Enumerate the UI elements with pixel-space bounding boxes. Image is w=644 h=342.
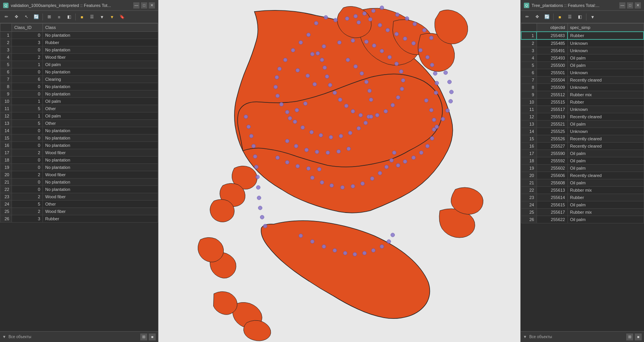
- left-table-row[interactable]: 18 0 No plantation: [0, 157, 158, 164]
- left-table-row[interactable]: 20 2 Wood fiber: [0, 171, 158, 179]
- left-tool-bookmark[interactable]: 🔖: [117, 12, 127, 22]
- left-table-row[interactable]: 19 0 No plantation: [0, 164, 158, 171]
- left-table-row[interactable]: 22 0 No plantation: [0, 186, 158, 193]
- right-table-row[interactable]: 15 255526 Recently cleared: [521, 135, 644, 143]
- right-table-row[interactable]: 23 255614 Rubber: [521, 194, 644, 201]
- right-panel: Q Tree_plantations :: Features Total:...…: [520, 0, 644, 342]
- left-cell-class: Wood fiber: [43, 193, 158, 201]
- svg-point-3: [314, 21, 318, 25]
- left-close-btn[interactable]: ✕: [149, 2, 155, 9]
- svg-point-115: [256, 175, 260, 179]
- left-maximize-btn[interactable]: □: [141, 2, 147, 9]
- right-tool-filter[interactable]: ◧: [575, 12, 585, 22]
- left-minimize-btn[interactable]: —: [133, 2, 139, 9]
- right-table-row[interactable]: 12 255519 Recently cleared: [521, 113, 644, 121]
- left-table-row[interactable]: 23 2 Wood fiber: [0, 193, 158, 201]
- right-table-row[interactable]: 13 255521 Oil palm: [521, 121, 644, 128]
- left-table-row[interactable]: 24 5 Other: [0, 201, 158, 208]
- left-table-row[interactable]: 15 0 No plantation: [0, 134, 158, 142]
- right-table-row[interactable]: 14 255525 Unknown: [521, 128, 644, 135]
- left-table-container[interactable]: Class_ID Class 1 0 No plantation 2 3 Rub…: [0, 23, 158, 331]
- left-table-row[interactable]: 9 0 No plantation: [0, 90, 158, 98]
- left-tool-pencil[interactable]: ✏: [2, 12, 11, 22]
- left-tool-filter2[interactable]: ▼: [97, 12, 107, 22]
- right-table-row[interactable]: 20 255606 Recently cleared: [521, 172, 644, 179]
- right-status-btn1[interactable]: ⊞: [626, 333, 633, 340]
- right-table-row[interactable]: 4 255493 Oil palm: [521, 54, 644, 62]
- right-col-objectid[interactable]: objectid: [537, 24, 568, 32]
- left-tool-filter-yellow[interactable]: ▼: [107, 12, 117, 22]
- right-tool-refresh[interactable]: 🔄: [542, 12, 552, 22]
- right-table-row[interactable]: 26 255622 Oil palm: [521, 216, 644, 223]
- right-table-row[interactable]: 9 255512 Rubber mix: [521, 91, 644, 99]
- right-table-row[interactable]: 18 255592 Oil palm: [521, 157, 644, 165]
- left-tool-filter[interactable]: ◧: [65, 12, 74, 22]
- right-table-row[interactable]: 5 255500 Oil palm: [521, 62, 644, 69]
- right-tool-move[interactable]: ✥: [532, 12, 542, 22]
- right-cell-objectid: 255527: [537, 143, 568, 150]
- left-status-btn1[interactable]: ⊞: [140, 333, 147, 340]
- right-minimize-btn[interactable]: —: [619, 2, 625, 9]
- svg-point-25: [276, 94, 280, 98]
- svg-point-134: [405, 17, 409, 20]
- right-table-row[interactable]: 2 255485 Unknown: [521, 39, 644, 47]
- left-table-row[interactable]: 2 3 Rubber: [0, 39, 158, 46]
- left-tool-table[interactable]: ⊞: [44, 12, 54, 22]
- right-tool-filter2[interactable]: ▼: [588, 12, 597, 22]
- right-table-row[interactable]: 19 255602 Oil palm: [521, 165, 644, 172]
- left-tool-refresh[interactable]: 🔄: [32, 12, 41, 22]
- left-tool-square-yellow[interactable]: ■: [77, 12, 87, 22]
- right-toolbar-sep1: [553, 14, 554, 20]
- left-table-row[interactable]: 11 5 Other: [0, 105, 158, 112]
- right-tool-square-yellow[interactable]: ■: [555, 12, 564, 22]
- right-table-row[interactable]: 10 255515 Rubber: [521, 99, 644, 106]
- left-table-row[interactable]: 1 0 No plantation: [0, 32, 158, 39]
- left-table-row[interactable]: 16 0 No plantation: [0, 142, 158, 149]
- left-table-row[interactable]: 17 2 Wood fiber: [0, 149, 158, 157]
- right-table-row[interactable]: 11 255517 Unknown: [521, 106, 644, 113]
- left-table-row[interactable]: 21 0 No plantation: [0, 179, 158, 186]
- left-table-row[interactable]: 6 0 No plantation: [0, 68, 158, 76]
- right-close-btn[interactable]: ✕: [635, 2, 641, 9]
- left-col-class-id[interactable]: Class_ID: [12, 24, 43, 32]
- right-status-btn2[interactable]: ■: [635, 333, 642, 340]
- center-map[interactable]: [158, 0, 520, 342]
- right-table-row[interactable]: 22 255613 Rubber mix: [521, 187, 644, 194]
- left-tool-move[interactable]: ✥: [12, 12, 21, 22]
- svg-point-131: [295, 108, 299, 112]
- right-tool-pencil[interactable]: ✏: [522, 12, 532, 22]
- right-table-row[interactable]: 1 255483 Rubber: [521, 32, 644, 39]
- left-table-row[interactable]: 3 0 No plantation: [0, 46, 158, 54]
- right-table-row[interactable]: 16 255527 Recently cleared: [521, 143, 644, 150]
- left-table-row[interactable]: 26 3 Rubber: [0, 215, 158, 223]
- right-maximize-btn[interactable]: □: [627, 2, 633, 9]
- left-table-row[interactable]: 7 6 Clearing: [0, 76, 158, 83]
- left-table-row[interactable]: 13 5 Other: [0, 120, 158, 127]
- left-cell-class: Rubber: [43, 215, 158, 223]
- right-table-row[interactable]: 21 255608 Oil palm: [521, 179, 644, 187]
- left-table-row[interactable]: 5 1 Oil palm: [0, 61, 158, 68]
- right-table-row[interactable]: 3 255491 Unknown: [521, 47, 644, 54]
- left-tool-list[interactable]: ☰: [87, 12, 97, 22]
- right-table-row[interactable]: 24 255615 Oil palm: [521, 201, 644, 209]
- right-tool-list[interactable]: ☰: [565, 12, 574, 22]
- right-table-row[interactable]: 7 255504 Recently cleared: [521, 77, 644, 84]
- right-table-row[interactable]: 8 255509 Unknown: [521, 84, 644, 91]
- right-table-row[interactable]: 25 255617 Rubber mix: [521, 209, 644, 216]
- right-table-container[interactable]: objectid spec_simp 1 255483 Rubber 2 255…: [521, 23, 644, 331]
- left-status-btn2[interactable]: ■: [149, 333, 156, 340]
- svg-point-114: [255, 165, 258, 169]
- left-table-row[interactable]: 14 0 No plantation: [0, 127, 158, 134]
- left-table-row[interactable]: 25 2 Wood fiber: [0, 208, 158, 215]
- svg-point-26: [280, 102, 284, 106]
- left-table-row[interactable]: 4 2 Wood fiber: [0, 54, 158, 61]
- left-tool-lines[interactable]: ≡: [54, 12, 64, 22]
- left-table-row[interactable]: 12 1 Oil palm: [0, 112, 158, 120]
- right-col-spec-simp[interactable]: spec_simp: [568, 24, 644, 32]
- left-table-row[interactable]: 10 1 Oil palm: [0, 98, 158, 105]
- left-table-row[interactable]: 8 0 No plantation: [0, 83, 158, 90]
- right-table-row[interactable]: 6 255501 Unknown: [521, 69, 644, 77]
- left-col-class[interactable]: Class: [43, 24, 158, 32]
- right-table-row[interactable]: 17 255590 Oil palm: [521, 150, 644, 157]
- left-tool-select[interactable]: ↖: [22, 12, 31, 22]
